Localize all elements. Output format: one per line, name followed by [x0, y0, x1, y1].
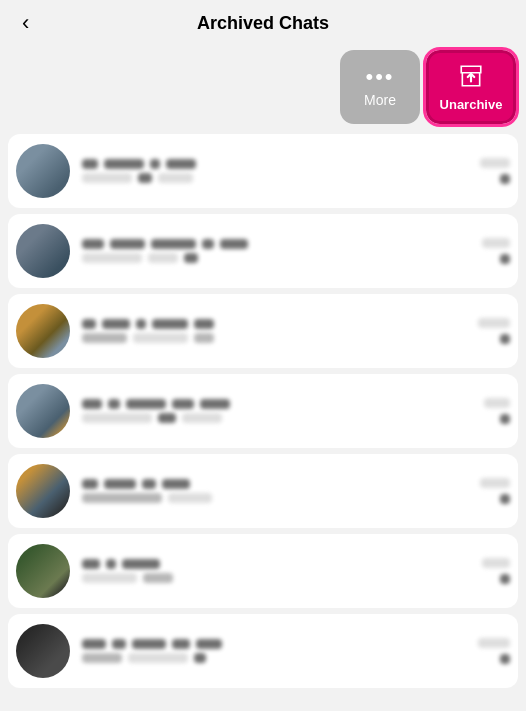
name-block: [132, 639, 166, 649]
chat-preview-row: [82, 573, 470, 583]
name-block: [122, 559, 160, 569]
name-block: [196, 639, 222, 649]
name-block: [82, 559, 100, 569]
chat-content: [82, 399, 472, 423]
name-block: [82, 399, 102, 409]
preview-block: [82, 173, 132, 183]
chat-content: [82, 639, 466, 663]
avatar: [16, 624, 70, 678]
list-item[interactable]: [8, 454, 518, 528]
chat-name-row: [82, 319, 466, 329]
unarchive-label: Unarchive: [440, 97, 503, 112]
name-block: [220, 239, 248, 249]
chat-content: [82, 239, 470, 263]
name-block: [194, 319, 214, 329]
badge-block: [500, 254, 510, 264]
name-block: [172, 639, 190, 649]
chat-preview-row: [82, 653, 466, 663]
name-block: [108, 399, 120, 409]
header: ‹ Archived Chats: [0, 0, 526, 44]
action-row: ••• More Unarchive: [0, 44, 526, 134]
name-block: [112, 639, 126, 649]
avatar: [16, 304, 70, 358]
time-block: [484, 398, 510, 408]
chat-name-row: [82, 479, 468, 489]
preview-block: [168, 493, 212, 503]
name-block: [82, 239, 104, 249]
chat-name-row: [82, 399, 472, 409]
preview-block: [194, 333, 214, 343]
avatar: [16, 224, 70, 278]
name-block: [126, 399, 166, 409]
preview-block: [82, 253, 142, 263]
time-block: [482, 558, 510, 568]
badge-block: [500, 334, 510, 344]
name-block: [162, 479, 190, 489]
list-item[interactable]: [8, 534, 518, 608]
avatar: [16, 464, 70, 518]
name-block: [106, 559, 116, 569]
list-item[interactable]: [8, 294, 518, 368]
name-block: [110, 239, 145, 249]
avatar: [16, 544, 70, 598]
list-item[interactable]: [8, 374, 518, 448]
name-block: [172, 399, 194, 409]
name-block: [142, 479, 156, 489]
badge-block: [500, 494, 510, 504]
list-item[interactable]: [8, 614, 518, 688]
chat-preview-row: [82, 333, 466, 343]
preview-block: [133, 333, 188, 343]
chat-preview-row: [82, 493, 468, 503]
chat-name-row: [82, 239, 470, 249]
preview-block: [158, 173, 193, 183]
time-block: [480, 478, 510, 488]
preview-block: [182, 413, 222, 423]
preview-block: [138, 173, 152, 183]
chat-preview-row: [82, 413, 472, 423]
name-block: [150, 159, 160, 169]
name-block: [104, 159, 144, 169]
preview-block: [143, 573, 173, 583]
name-block: [152, 319, 188, 329]
back-button[interactable]: ‹: [16, 12, 35, 34]
name-block: [200, 399, 230, 409]
more-label: More: [364, 92, 396, 108]
preview-block: [128, 653, 188, 663]
unarchive-button[interactable]: Unarchive: [426, 50, 516, 124]
badge-block: [500, 574, 510, 584]
preview-block: [82, 493, 162, 503]
chat-preview-row: [82, 173, 468, 183]
name-block: [104, 479, 136, 489]
meta-col: [482, 238, 510, 264]
avatar: [16, 384, 70, 438]
more-dots-icon: •••: [365, 66, 394, 88]
badge-block: [500, 654, 510, 664]
meta-col: [478, 318, 510, 344]
name-block: [166, 159, 196, 169]
name-block: [151, 239, 196, 249]
chat-content: [82, 479, 468, 503]
list-item[interactable]: [8, 214, 518, 288]
name-block: [82, 319, 96, 329]
unarchive-icon: [458, 63, 484, 93]
name-block: [102, 319, 130, 329]
name-block: [82, 159, 98, 169]
chat-content: [82, 159, 468, 183]
time-block: [478, 638, 510, 648]
name-block: [202, 239, 214, 249]
chat-name-row: [82, 159, 468, 169]
preview-block: [82, 653, 122, 663]
chat-content: [82, 559, 470, 583]
name-block: [82, 639, 106, 649]
list-item[interactable]: [8, 134, 518, 208]
preview-block: [158, 413, 176, 423]
chat-content: [82, 319, 466, 343]
name-block: [82, 479, 98, 489]
chat-preview-row: [82, 253, 470, 263]
preview-block: [148, 253, 178, 263]
preview-block: [194, 653, 206, 663]
more-button[interactable]: ••• More: [340, 50, 420, 124]
name-block: [136, 319, 146, 329]
meta-col: [480, 158, 510, 184]
page-title: Archived Chats: [197, 13, 329, 34]
